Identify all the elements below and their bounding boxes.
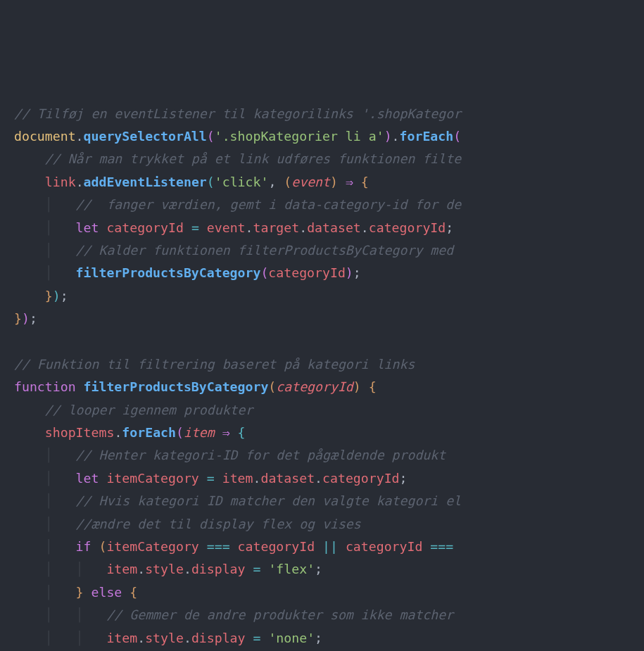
identifier: event (207, 220, 246, 235)
comment: //ændre det til display flex og vises (76, 517, 361, 531)
identifier: item (106, 562, 137, 576)
identifier: shopItems (45, 425, 115, 440)
identifier: categoryId (106, 220, 184, 235)
property: dataset (260, 471, 315, 486)
method: forEach (400, 129, 454, 144)
identifier: item (106, 631, 137, 645)
keyword: let (76, 220, 99, 235)
identifier: categoryId (238, 539, 315, 554)
property: dataset (307, 220, 361, 235)
code-line[interactable]: │ │ // Gemmer de andre produkter som ikk… (14, 604, 644, 626)
comment: // Funktion til filtrering baseret på ka… (14, 357, 415, 372)
comment: // Henter kategori-ID for det pågældende… (76, 448, 446, 462)
code-line[interactable]: function filterProductsByCategory(catego… (14, 376, 644, 398)
code-line[interactable]: │ // Hvis kategori ID matcher den valgte… (14, 490, 644, 512)
code-line[interactable]: }); (14, 285, 644, 308)
code-line[interactable]: │ // fanger værdien, gemt i data-categor… (14, 194, 644, 216)
code-line[interactable]: │ //ændre det til display flex og vises (14, 513, 644, 536)
code-line[interactable]: // looper igennem produkter (14, 399, 644, 422)
code-line[interactable]: document.querySelectorAll('.shopKategori… (14, 125, 644, 148)
property: categoryId (322, 471, 400, 486)
comment: // looper igennem produkter (45, 403, 253, 417)
keyword: if (76, 539, 91, 554)
code-line[interactable]: │ // Henter kategori-ID for det pågælden… (14, 444, 644, 467)
code-line[interactable]: │ // Kalder funktionen filterProductsByC… (14, 239, 644, 262)
method: forEach (122, 425, 176, 440)
comment: // Tilføj en eventListener til kategoril… (14, 106, 461, 121)
identifier: itemCategory (106, 471, 198, 486)
comment: // Gemmer de andre produkter som ikke ma… (106, 607, 453, 622)
code-line[interactable]: }); (14, 308, 644, 330)
property: target (253, 220, 299, 235)
identifier: itemCategory (106, 539, 198, 554)
property: categoryId (369, 220, 446, 235)
code-line[interactable]: │ let itemCategory = item.dataset.catego… (14, 467, 644, 490)
parameter: event (291, 175, 330, 189)
code-line[interactable]: shopItems.forEach(item ⇒ { (14, 422, 644, 444)
parameter: categoryId (276, 379, 353, 394)
identifier: categoryId (268, 265, 346, 280)
string: 'none' (268, 631, 315, 645)
keyword: let (76, 471, 99, 486)
code-line[interactable]: │ │ item.style.display = 'none'; (14, 627, 644, 650)
code-line[interactable]: // Tilføj en eventListener til kategoril… (14, 103, 644, 125)
code-editor[interactable]: { "code": { "l1": "// Tilføj en eventLis… (0, 0, 644, 651)
property: style (145, 562, 184, 576)
string: 'click' (215, 175, 269, 189)
method: addEventListener (84, 175, 207, 189)
code-line[interactable]: │ let categoryId = event.target.dataset.… (14, 217, 644, 239)
code-line[interactable]: // Når man trykket på et link udføres fu… (14, 148, 644, 170)
property: style (145, 631, 184, 645)
function-call: filterProductsByCategory (76, 265, 261, 280)
identifier: document (14, 129, 76, 144)
identifier: item (222, 471, 253, 486)
comment: // Kalder funktionen filterProductsByCat… (76, 243, 462, 258)
code-line[interactable] (14, 330, 644, 353)
comment: // Når man trykket på et link udføres fu… (45, 151, 461, 166)
keyword: else (91, 585, 122, 600)
function-name: filterProductsByCategory (84, 379, 269, 394)
code-line[interactable]: link.addEventListener('click', (event) ⇒… (14, 171, 644, 194)
code-line[interactable]: │ │ item.style.display = 'flex'; (14, 558, 644, 581)
property: display (191, 562, 246, 576)
string: '.shopKategorier li a' (215, 129, 384, 144)
code-line[interactable]: │ if (itemCategory === categoryId || cat… (14, 536, 644, 558)
method: querySelectorAll (84, 129, 207, 144)
comment: // Hvis kategori ID matcher den valgte k… (76, 493, 462, 508)
comment: // fanger værdien, gemt i data-category-… (76, 197, 462, 212)
string: 'flex' (268, 562, 315, 576)
identifier: link (45, 175, 76, 189)
property: display (191, 631, 246, 645)
keyword: function (14, 379, 76, 394)
code-line[interactable]: │ filterProductsByCategory(categoryId); (14, 262, 644, 284)
code-line[interactable]: // Funktion til filtrering baseret på ka… (14, 353, 644, 376)
code-line[interactable]: │ } else { (14, 581, 644, 604)
identifier: categoryId (346, 539, 423, 554)
parameter: item (184, 425, 215, 440)
